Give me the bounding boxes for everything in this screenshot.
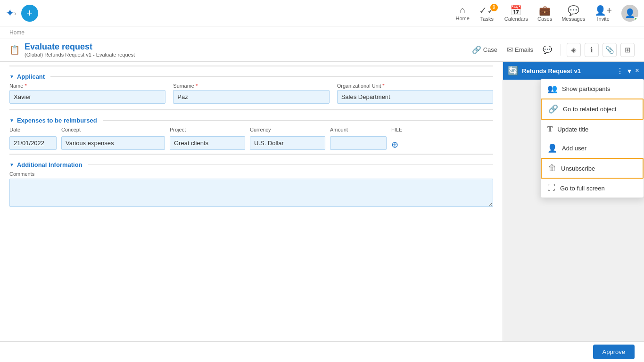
- project-input[interactable]: [170, 136, 245, 150]
- case-icon: 🔗: [472, 45, 481, 54]
- nav-tasks-label: Tasks: [480, 16, 494, 22]
- name-input[interactable]: [9, 90, 165, 104]
- home-icon: [460, 5, 465, 16]
- applicant-section-header: ▼ Applicant: [9, 66, 493, 83]
- add-user-item[interactable]: 👤 Add user: [541, 139, 644, 158]
- approve-button[interactable]: Approve: [593, 345, 635, 359]
- nav-invite-label: Invite: [597, 16, 610, 22]
- page-title-group: Evaluate request (Global) Refunds Reques…: [25, 42, 135, 58]
- expenses-toggle[interactable]: ▼: [9, 118, 14, 123]
- emails-button[interactable]: ✉ Emails: [504, 43, 536, 56]
- show-participants-item[interactable]: 👥 Show participants: [541, 79, 644, 99]
- user-avatar[interactable]: 👤: [621, 5, 638, 22]
- update-title-icon: T: [547, 124, 553, 134]
- update-title-item[interactable]: T Update title: [541, 120, 644, 139]
- logo-icon: ✦: [6, 7, 14, 19]
- chat-close-button[interactable]: ×: [635, 66, 639, 75]
- show-participants-label: Show participants: [562, 85, 611, 92]
- unsubscribe-icon: 🗑: [548, 164, 556, 173]
- page-icon: 📋: [9, 45, 20, 55]
- amount-col-label: Amount: [330, 127, 387, 132]
- info-button[interactable]: ℹ: [585, 43, 599, 57]
- nav-item-home[interactable]: Home: [456, 5, 470, 21]
- comments-label: Comments: [9, 171, 493, 177]
- nav-messages-label: Messages: [561, 16, 585, 22]
- concept-input[interactable]: [61, 136, 165, 150]
- applicant-toggle[interactable]: ▼: [9, 74, 14, 79]
- go-related-item[interactable]: 🔗 Go to related object: [541, 99, 644, 120]
- nav-item-invite[interactable]: 👤+ Invite: [594, 5, 612, 22]
- calendars-icon: 📅: [510, 5, 522, 16]
- breadcrumb-bar: Home: [0, 26, 644, 39]
- case-button[interactable]: 🔗 Case: [469, 43, 500, 56]
- go-fullscreen-label: Go to full screen: [560, 185, 605, 192]
- nav-item-calendars[interactable]: 📅 Calendars: [504, 5, 528, 22]
- go-related-label: Go to related object: [563, 106, 616, 113]
- add-button[interactable]: +: [21, 5, 38, 22]
- page-title: Evaluate request: [25, 42, 135, 52]
- page-header: 📋 Evaluate request (Global) Refunds Requ…: [0, 39, 644, 62]
- pin-button[interactable]: 📎: [603, 43, 617, 57]
- unsubscribe-label: Unsubscribe: [561, 165, 595, 172]
- diamond-button[interactable]: ◈: [567, 43, 581, 57]
- nav-arrow: ›: [14, 9, 17, 17]
- cases-icon: 💼: [539, 5, 551, 16]
- applicant-form-row: Name * Surname * Organizational Unit *: [9, 83, 493, 104]
- chat-panel-title: Refunds Request v1: [522, 67, 612, 74]
- nav-calendars-label: Calendars: [504, 16, 528, 22]
- nav-item-cases[interactable]: 💼 Cases: [537, 5, 552, 22]
- chat-minimize-button[interactable]: ▾: [627, 66, 631, 75]
- top-navigation: ✦ › + Home ✓ 9 Tasks 📅 Calendars 💼 Cases…: [0, 0, 644, 26]
- date-input[interactable]: [9, 136, 57, 150]
- org-unit-label: Organizational Unit *: [337, 83, 493, 89]
- add-file-button[interactable]: ⊕: [391, 140, 429, 150]
- action-bar: Approve: [0, 341, 644, 362]
- chat-icon: 💬: [543, 45, 552, 54]
- breadcrumb: Home: [9, 29, 25, 36]
- nav-item-messages[interactable]: 💬 Messages: [561, 5, 585, 22]
- go-related-icon: 🔗: [548, 104, 558, 114]
- comments-textarea[interactable]: [9, 179, 493, 207]
- go-fullscreen-item[interactable]: ⛶ Go to full screen: [541, 179, 644, 197]
- date-col-label: Date: [9, 127, 57, 132]
- chat-button[interactable]: 💬: [540, 43, 555, 56]
- applicant-label: Applicant: [17, 73, 45, 80]
- tasks-badge: 9: [490, 4, 498, 11]
- additional-toggle[interactable]: ▼: [9, 162, 14, 167]
- email-icon: ✉: [507, 45, 513, 54]
- surname-input[interactable]: [173, 90, 329, 104]
- emails-label: Emails: [515, 46, 533, 53]
- update-title-label: Update title: [557, 126, 588, 133]
- org-unit-input[interactable]: [337, 90, 493, 104]
- comments-group: Comments: [9, 171, 493, 208]
- currency-input[interactable]: [250, 136, 325, 150]
- nav-item-tasks[interactable]: ✓ 9 Tasks: [479, 5, 495, 22]
- section-line: [50, 76, 493, 77]
- file-col-label: FILE: [391, 127, 429, 132]
- go-fullscreen-icon: ⛶: [547, 183, 555, 193]
- chat-menu-button[interactable]: ⋮: [616, 66, 624, 75]
- additional-section-header: ▼ Additional Information: [9, 154, 493, 171]
- project-col-label: Project: [170, 127, 245, 132]
- expenses-label: Expenses to be reimbursed: [17, 117, 97, 124]
- org-unit-group: Organizational Unit *: [337, 83, 493, 104]
- unsubscribe-item[interactable]: 🗑 Unsubscribe: [541, 158, 644, 179]
- logo: ✦: [6, 7, 14, 19]
- surname-required: *: [196, 83, 198, 89]
- grid-button[interactable]: ⊞: [620, 43, 635, 57]
- expenses-header-row: Date Concept Project Currency Amount FIL…: [9, 127, 493, 132]
- chat-panel-header: 🔄 Refunds Request v1 ⋮ ▾ ×: [503, 62, 644, 80]
- header-actions: 🔗 Case ✉ Emails 💬 ◈ ℹ 📎 ⊞: [469, 43, 635, 57]
- nav-home-label: Home: [456, 16, 470, 21]
- currency-col-label: Currency: [250, 127, 325, 132]
- messages-icon: 💬: [568, 5, 579, 16]
- page-subtitle: (Global) Refunds Request v1 - Evaluate r…: [25, 52, 135, 58]
- expenses-data-row: ⊕: [9, 136, 493, 150]
- invite-icon: 👤+: [594, 5, 612, 16]
- surname-label: Surname *: [173, 83, 329, 89]
- org-unit-required: *: [382, 83, 384, 89]
- chat-dropdown-menu: 👥 Show participants 🔗 Go to related obje…: [540, 79, 644, 198]
- amount-input[interactable]: [330, 136, 387, 150]
- name-group: Name *: [9, 83, 165, 104]
- concept-col-label: Concept: [61, 127, 165, 132]
